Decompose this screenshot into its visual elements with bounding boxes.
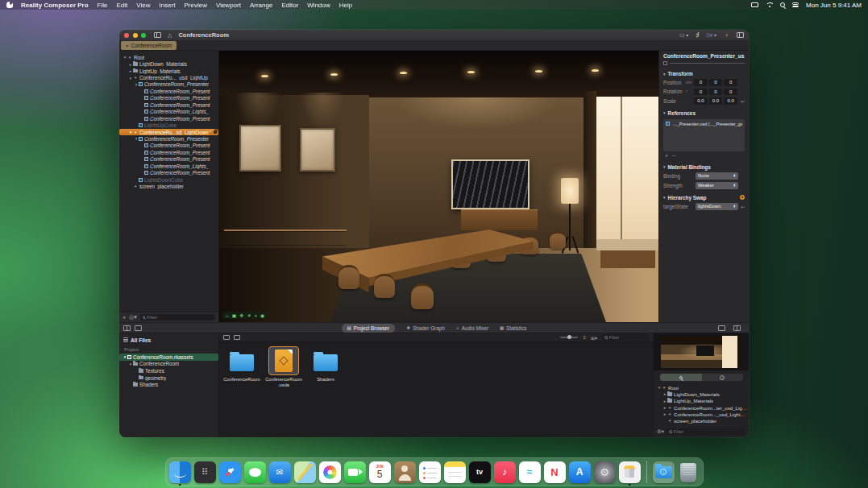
targetstate-dropdown[interactable]: lightsDown▲▼: [696, 203, 738, 210]
dock-finder[interactable]: [169, 461, 191, 483]
transform-section-header[interactable]: ▾Transform: [663, 71, 745, 77]
toggle-preview-panel-icon[interactable]: [733, 325, 741, 331]
toggle-bottom-left-panel-icon[interactable]: [123, 325, 131, 331]
outline-row[interactable]: ▸LightUp_Materials: [119, 68, 218, 74]
reference-item[interactable]: ..._Presenter.usd (..._Presenter_geo): [666, 122, 742, 126]
outline-row[interactable]: ConferenceRoom_Present: [119, 101, 218, 108]
dock-news[interactable]: N: [544, 461, 566, 483]
dock-reminders[interactable]: [419, 461, 441, 483]
dock-photos[interactable]: [319, 461, 341, 483]
strength-dropdown[interactable]: Weaker▲▼: [696, 182, 738, 189]
references-list[interactable]: ..._Presenter.usd (..._Presenter_geo): [663, 119, 745, 151]
window-titlebar[interactable]: △ ConferenceRoom ⬭ ▾ 🮲 ⌷⌗ ▾ ＋: [119, 30, 749, 40]
dock-downloads[interactable]: ↓: [653, 461, 675, 483]
menu-editor[interactable]: Editor: [281, 2, 298, 9]
dock-appstore[interactable]: A: [569, 461, 591, 483]
add-reference-button[interactable]: +: [665, 153, 668, 159]
preview-settings-icon[interactable]: ⚙▾: [657, 428, 664, 435]
browser-filter-field[interactable]: [602, 334, 649, 341]
minimize-window-button[interactable]: [133, 33, 138, 38]
transform-value-field[interactable]: 0: [694, 79, 708, 86]
transform-value-field[interactable]: 0: [724, 89, 737, 96]
control-center-icon[interactable]: [792, 2, 799, 7]
outline-row[interactable]: ▸LightDown_Materials: [119, 60, 218, 67]
dock-maps[interactable]: [294, 461, 316, 483]
add-entity-button[interactable]: +: [123, 315, 126, 321]
zoom-window-button[interactable]: [141, 33, 146, 38]
outline-row[interactable]: ConferenceRoom_Present: [119, 169, 218, 176]
files-row[interactable]: ▾ConferenceRoom: [119, 361, 218, 368]
mannequin-icon[interactable]: 🮲: [696, 32, 699, 38]
transform-value-field[interactable]: 0: [724, 79, 737, 86]
frame-tool-icon[interactable]: ▣: [232, 313, 237, 318]
toggle-left-sidebar-icon[interactable]: [154, 32, 161, 38]
preview-tree-row[interactable]: ▸LightUp_Materials: [654, 398, 749, 404]
outline-row[interactable]: ConferenceRoom_Lights_: [119, 109, 218, 115]
menu-edit[interactable]: Edit: [116, 2, 127, 9]
prism-icon[interactable]: △: [168, 32, 172, 39]
menu-view[interactable]: View: [136, 2, 150, 9]
menu-viewport[interactable]: Viewport: [216, 2, 241, 9]
menu-file[interactable]: File: [98, 2, 108, 9]
transform-value-field[interactable]: 0: [709, 79, 723, 86]
filter-options-icon[interactable]: ◎▾: [129, 314, 137, 321]
outline-row[interactable]: ConferenceRoom_Present: [119, 156, 218, 163]
outline-row[interactable]: ConferenceRoom_Present: [119, 115, 218, 122]
home-tool-icon[interactable]: ⌂: [226, 313, 229, 318]
reset-icon[interactable]: ↩: [738, 204, 745, 209]
transform-value-field[interactable]: 0: [694, 89, 708, 96]
dock-tv[interactable]: tv: [469, 461, 491, 483]
outline-row[interactable]: LightsDownCube: [119, 176, 218, 183]
outline-row[interactable]: ConferenceRoom_Present: [119, 95, 218, 101]
preview-filter-field[interactable]: [667, 428, 745, 435]
menu-insert[interactable]: Insert: [159, 2, 175, 9]
browser-item-conferenceroom[interactable]: ConferenceRoom: [224, 346, 260, 388]
binding-dropdown[interactable]: None▲▼: [696, 172, 738, 180]
dock-music[interactable]: ♪: [494, 461, 516, 483]
reset-icon[interactable]: ↩: [739, 98, 745, 104]
dock-trash[interactable]: [678, 461, 700, 483]
light-tool-icon[interactable]: ☀: [247, 313, 251, 318]
add-icon[interactable]: ＋: [724, 31, 729, 39]
menu-window[interactable]: Window: [307, 2, 330, 9]
icon-view-icon[interactable]: [223, 335, 230, 340]
material-bindings-section-header[interactable]: ▾Material Bindings: [663, 164, 745, 170]
hierarchy-filter-field[interactable]: [140, 314, 215, 321]
files-row[interactable]: Shaders: [119, 381, 218, 388]
toggle-right-sidebar-icon[interactable]: [737, 32, 744, 38]
camera-tool-icon[interactable]: ◉: [260, 313, 264, 318]
dock-contacts[interactable]: [394, 461, 416, 483]
browser-item-shaders[interactable]: Shaders: [308, 346, 343, 388]
preview-tree-row[interactable]: ▸LightDown_Materials: [654, 391, 749, 397]
dock-notes[interactable]: [444, 461, 466, 483]
dock-systemsettings[interactable]: ⚙: [594, 461, 616, 483]
tab-project-browser[interactable]: ▤Project Browser: [342, 324, 396, 333]
preview-search-segment[interactable]: [660, 374, 702, 381]
dock-calendar[interactable]: JUN5: [369, 461, 391, 483]
toggle-bottom-right-panel-icon[interactable]: [718, 325, 725, 331]
sort-options-icon[interactable]: ⊞▾: [591, 335, 597, 341]
spotlight-search-icon[interactable]: [780, 2, 785, 7]
preview-tree-row[interactable]: ▾⌖Root: [654, 384, 749, 391]
zoom-tool-icon[interactable]: ⌖: [255, 313, 257, 318]
outline-row[interactable]: ▾ConferenceRoom_Presenter: [119, 135, 218, 142]
references-section-header[interactable]: ▾References: [663, 110, 745, 116]
dock-realitycomposerpro[interactable]: [619, 461, 641, 483]
dock-mail[interactable]: ✉: [269, 461, 291, 483]
outline-row[interactable]: ConferenceRoom_Present: [119, 149, 218, 155]
remove-reference-button[interactable]: −: [672, 153, 675, 159]
capsule-tool-icon[interactable]: ⬭ ▾: [679, 32, 688, 39]
list-view-icon[interactable]: [234, 335, 240, 340]
outline-row[interactable]: ▾ConferenceRoom_Presenter: [119, 81, 218, 88]
transform-value-field[interactable]: 0.0: [709, 97, 723, 105]
tab-shader-graph[interactable]: ❖Shader Graph: [406, 325, 445, 331]
hierarchy-filter-input[interactable]: [147, 315, 213, 320]
files-row[interactable]: geometry: [119, 374, 218, 382]
dock-messages[interactable]: [244, 461, 266, 483]
browser-filter-input[interactable]: [609, 335, 647, 340]
move-tool-icon[interactable]: ✥: [239, 313, 243, 318]
preview-tree-row[interactable]: ▸⌖ConferenceRoom...ter_usd_LightUp: [654, 404, 749, 411]
close-window-button[interactable]: [124, 33, 129, 38]
preview-tree-row[interactable]: ⌖screen_placeholder: [654, 417, 749, 424]
apple-menu-icon[interactable]: [6, 2, 13, 8]
